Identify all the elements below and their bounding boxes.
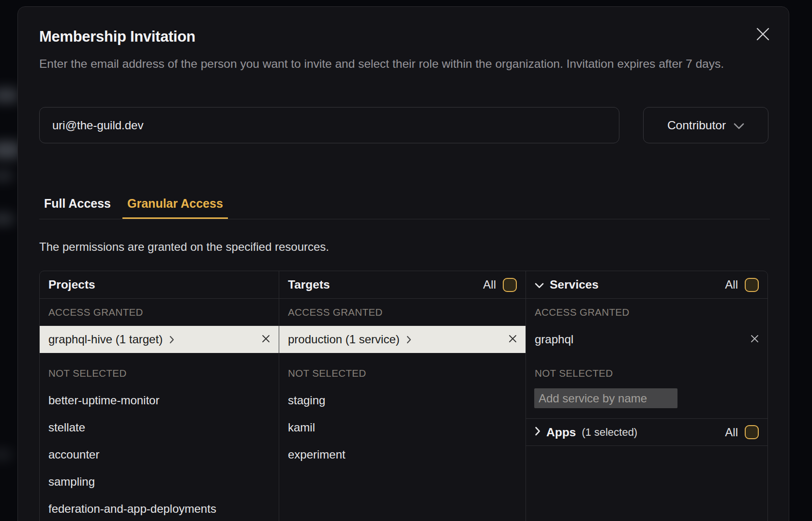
remove-target-button[interactable]	[509, 335, 517, 344]
services-header-label: Services	[550, 278, 599, 291]
target-item-label: kamil	[288, 421, 315, 434]
targets-all-checkbox[interactable]	[503, 278, 517, 292]
services-not-selected-label: NOT SELECTED	[526, 360, 767, 387]
chevron-down-icon	[535, 278, 544, 291]
close-icon	[756, 28, 769, 42]
backdrop-blur-artifact	[0, 213, 14, 225]
apps-selected-count: (1 selected)	[582, 426, 637, 439]
resources-table: Projects Targets All Services All	[39, 271, 768, 521]
target-list-item[interactable]: staging	[279, 387, 526, 414]
chevron-right-icon	[406, 336, 411, 344]
backdrop-blur-artifact	[0, 170, 13, 181]
project-item-label: stellate	[48, 421, 85, 434]
table-body-row: ACCESS GRANTED graphql-hive (1 target) N…	[40, 299, 767, 521]
close-icon	[509, 335, 517, 344]
apps-label: Apps	[546, 426, 576, 439]
role-dropdown[interactable]: Contributor	[643, 107, 768, 143]
target-item-label: experiment	[288, 448, 346, 461]
dialog-title: Membership Invitation	[39, 28, 195, 46]
remove-project-button[interactable]	[262, 335, 270, 344]
chevron-right-icon	[535, 427, 541, 438]
add-service-input[interactable]	[534, 388, 677, 408]
project-list-item[interactable]: stellate	[40, 414, 279, 441]
project-item-label: federation-and-app-deployments	[48, 502, 216, 516]
tab-full-access[interactable]: Full Access	[39, 192, 116, 219]
targets-access-granted-label: ACCESS GRANTED	[279, 299, 526, 326]
remove-service-button[interactable]	[751, 335, 759, 344]
project-item-label: sampling	[48, 475, 95, 489]
table-header-row: Projects Targets All Services All	[40, 271, 767, 299]
chevron-right-icon	[169, 336, 174, 344]
role-dropdown-value: Contributor	[667, 119, 726, 132]
projects-header-label: Projects	[48, 278, 95, 291]
targets-column-header: Targets All	[279, 271, 526, 299]
projects-access-granted-label: ACCESS GRANTED	[40, 299, 279, 326]
targets-not-selected-label: NOT SELECTED	[279, 360, 526, 387]
project-selected-row[interactable]: graphql-hive (1 target)	[40, 326, 279, 353]
target-list-item[interactable]: experiment	[279, 441, 526, 468]
project-selected-name: graphql-hive (1 target)	[48, 333, 163, 346]
target-list-item[interactable]: kamil	[279, 414, 526, 441]
projects-column: ACCESS GRANTED graphql-hive (1 target) N…	[40, 299, 279, 521]
close-icon	[262, 335, 270, 344]
target-selected-name: production (1 service)	[288, 333, 400, 346]
project-list-item[interactable]: sampling	[40, 468, 279, 495]
targets-all-label: All	[483, 278, 496, 291]
apps-all-checkbox[interactable]	[745, 425, 759, 439]
membership-invitation-dialog: Membership Invitation Enter the email ad…	[17, 6, 789, 521]
project-item-label: accounter	[48, 448, 99, 461]
backdrop-blur-artifact	[0, 449, 12, 460]
email-field[interactable]	[39, 107, 619, 143]
chevron-down-icon	[734, 119, 744, 132]
permissions-note: The permissions are granted on the speci…	[39, 240, 329, 254]
close-button[interactable]	[755, 27, 770, 43]
project-list-item[interactable]: federation-and-app-deployments	[40, 495, 279, 521]
project-list-item[interactable]: better-uptime-monitor	[40, 387, 279, 414]
project-list-item[interactable]: accounter	[40, 441, 279, 468]
services-all-label: All	[725, 278, 738, 291]
tab-full-access-label: Full Access	[44, 197, 111, 211]
projects-column-header: Projects	[40, 271, 279, 299]
services-access-granted-label: ACCESS GRANTED	[526, 299, 767, 326]
apps-section-header[interactable]: Apps (1 selected) All	[526, 418, 767, 446]
services-column-header[interactable]: Services All	[526, 271, 767, 299]
targets-header-label: Targets	[288, 278, 330, 291]
access-tabs: Full Access Granular Access	[39, 192, 770, 219]
backdrop-blur-artifact	[0, 88, 18, 103]
target-selected-row[interactable]: production (1 service)	[279, 326, 526, 353]
dialog-description: Enter the email address of the person yo…	[39, 55, 770, 73]
projects-not-selected-label: NOT SELECTED	[40, 360, 279, 387]
close-icon	[751, 335, 759, 344]
tab-granular-access[interactable]: Granular Access	[122, 192, 228, 219]
service-granted-row[interactable]: graphql	[526, 326, 767, 353]
tab-granular-access-label: Granular Access	[127, 197, 223, 211]
services-column: ACCESS GRANTED graphql NOT SELECTED	[526, 299, 767, 521]
project-item-label: better-uptime-monitor	[48, 394, 159, 407]
services-all-checkbox[interactable]	[745, 278, 759, 292]
service-granted-name: graphql	[535, 333, 573, 346]
targets-column: ACCESS GRANTED production (1 service) NO…	[279, 299, 526, 521]
apps-all-label: All	[725, 426, 738, 439]
target-item-label: staging	[288, 394, 325, 407]
